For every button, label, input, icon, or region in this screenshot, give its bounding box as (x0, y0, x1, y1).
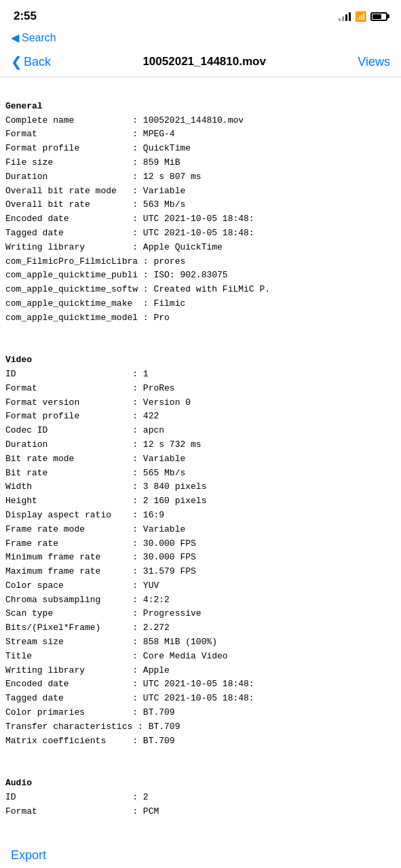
general-filmic-row: com_FilmicPro_FilmicLibra : prores (5, 256, 185, 267)
search-back-link[interactable]: ◀ Search (11, 31, 390, 44)
video-header: Video (5, 355, 32, 365)
video-bits-row: Bits/(Pixel*Frame) : 2.272 (5, 623, 170, 633)
status-icons: 📶 (339, 11, 387, 22)
video-chroma-row: Chroma subsampling : 4:2:2 (5, 595, 170, 605)
general-softw-row: com_apple_quicktime_softw : Created with… (5, 284, 270, 294)
general-bitrate-mode-row: Overall bit rate mode : Variable (5, 186, 185, 196)
general-format-profile-row: Format profile : QuickTime (5, 143, 191, 153)
video-bitrate-row: Bit rate : 565 Mb/s (5, 468, 185, 478)
nav-back-label[interactable]: Back (24, 55, 51, 69)
video-duration-row: Duration : 12 s 732 ms (5, 439, 202, 450)
video-encoded-date-row: Encoded date : UTC 2021-10-05 18:48: (5, 679, 254, 689)
general-bitrate-row: Overall bit rate : 563 Mb/s (5, 199, 185, 210)
audio-id-row: ID : 2 (5, 792, 149, 802)
signal-icon (339, 12, 351, 21)
nav-back-button[interactable]: ❮ Back (11, 54, 51, 70)
video-width-row: Width : 3 840 pixels (5, 481, 206, 492)
status-bar: 2:55 📶 (0, 0, 401, 30)
general-file-size-row: File size : 859 MiB (5, 157, 180, 167)
general-make-row: com_apple_quicktime_make : Filmic (5, 298, 185, 309)
video-tagged-date-row: Tagged date : UTC 2021-10-05 18:48: (5, 693, 254, 703)
file-info-content: General Complete name : 10052021_144810.… (0, 77, 401, 832)
audio-format-row: Format : PCM (5, 806, 159, 816)
video-aspect-row: Display aspect ratio : 16:9 (5, 510, 164, 520)
nav-bar: ❮ Back 10052021_144810.mov Views (0, 48, 401, 77)
general-model-row: com_apple_quicktime_model : Pro (5, 313, 170, 323)
video-codec-id-row: Codec ID : apcn (5, 425, 164, 435)
export-section: Export (0, 832, 401, 868)
nav-views-button[interactable]: Views (358, 55, 390, 69)
video-format-profile-row: Format profile : 422 (5, 411, 159, 421)
general-writing-lib-row: Writing library : Apple QuickTime (5, 242, 223, 252)
general-tagged-date-row: Tagged date : UTC 2021-10-05 18:48: (5, 228, 254, 238)
search-label[interactable]: Search (22, 32, 56, 44)
video-streamsize-row: Stream size : 858 MiB (100%) (5, 637, 217, 647)
general-publi-row: com_apple_quicktime_publi : ISO: 902.830… (5, 270, 228, 280)
battery-icon (370, 12, 387, 21)
video-colorspace-row: Color space : YUV (5, 580, 159, 591)
general-encoded-date-row: Encoded date : UTC 2021-10-05 18:48: (5, 214, 254, 224)
back-bar: ◀ Search (0, 30, 401, 48)
video-id-row: ID : 1 (5, 369, 149, 379)
general-duration-row: Duration : 12 s 807 ms (5, 172, 202, 182)
video-height-row: Height : 2 160 pixels (5, 496, 206, 506)
general-complete-name-row: Complete name : 10052021_144810.mov (5, 115, 244, 125)
nav-back-chevron-icon: ❮ (11, 54, 22, 70)
status-time: 2:55 (14, 9, 37, 23)
video-transfer-row: Transfer characteristics : BT.709 (5, 722, 180, 732)
video-scan-row: Scan type : Progressive (5, 608, 202, 618)
video-format-row: Format : ProRes (5, 383, 175, 393)
video-writinglib-row: Writing library : Apple (5, 665, 170, 675)
video-color-primaries-row: Color primaries : BT.709 (5, 707, 175, 717)
general-format-row: Format : MPEG-4 (5, 129, 175, 139)
video-framerate-mode-row: Frame rate mode : Variable (5, 524, 185, 534)
back-chevron-icon: ◀ (11, 31, 19, 44)
video-format-version-row: Format version : Version 0 (5, 397, 191, 408)
wifi-icon: 📶 (355, 11, 366, 22)
video-max-framerate-row: Maximum frame rate : 31.579 FPS (5, 566, 196, 576)
video-min-framerate-row: Minimum frame rate : 30.000 FPS (5, 552, 196, 562)
video-matrix-row: Matrix coefficients : BT.709 (5, 736, 175, 746)
video-bitrate-mode-row: Bit rate mode : Variable (5, 454, 185, 464)
video-title-row: Title : Core Media Video (5, 651, 228, 661)
nav-title: 10052021_144810.mov (142, 55, 266, 68)
export-button[interactable]: Export (0, 837, 57, 868)
general-header: General (5, 101, 43, 111)
video-framerate-row: Frame rate : 30.000 FPS (5, 538, 196, 549)
audio-header: Audio (5, 778, 32, 788)
